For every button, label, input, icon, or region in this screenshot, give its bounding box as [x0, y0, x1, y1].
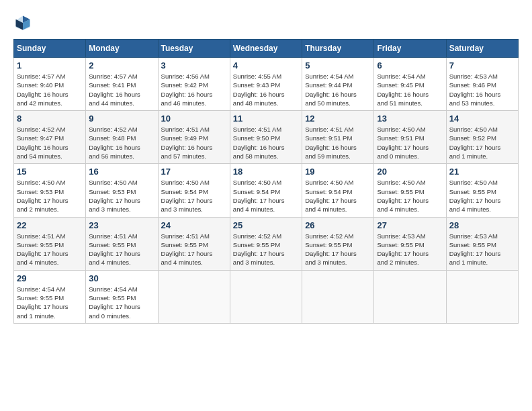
calendar-cell: 20Sunrise: 4:50 AM Sunset: 9:55 PM Dayli… — [374, 164, 446, 217]
day-info: Sunrise: 4:51 AM Sunset: 9:51 PM Dayligh… — [305, 125, 371, 161]
calendar-cell: 22Sunrise: 4:51 AM Sunset: 9:55 PM Dayli… — [14, 217, 86, 270]
weekday-header-sunday: Sunday — [14, 40, 86, 58]
weekday-header-row: SundayMondayTuesdayWednesdayThursdayFrid… — [14, 40, 519, 58]
logo-icon — [13, 13, 32, 32]
calendar-cell: 19Sunrise: 4:50 AM Sunset: 9:54 PM Dayli… — [302, 164, 374, 217]
day-number: 21 — [449, 167, 515, 177]
calendar-cell — [158, 270, 230, 323]
day-number: 8 — [17, 113, 83, 124]
day-number: 5 — [305, 60, 371, 71]
day-info: Sunrise: 4:50 AM Sunset: 9:54 PM Dayligh… — [233, 178, 299, 214]
calendar-cell: 18Sunrise: 4:50 AM Sunset: 9:54 PM Dayli… — [230, 164, 302, 217]
weekday-header-wednesday: Wednesday — [230, 40, 302, 58]
day-number: 4 — [233, 60, 299, 71]
day-number: 28 — [449, 220, 515, 230]
calendar-cell: 23Sunrise: 4:51 AM Sunset: 9:55 PM Dayli… — [86, 217, 158, 270]
calendar-week-5: 29Sunrise: 4:54 AM Sunset: 9:55 PM Dayli… — [14, 270, 519, 323]
day-info: Sunrise: 4:53 AM Sunset: 9:55 PM Dayligh… — [377, 232, 443, 267]
day-number: 6 — [377, 60, 443, 71]
calendar-cell: 11Sunrise: 4:51 AM Sunset: 9:50 PM Dayli… — [230, 111, 302, 164]
calendar-cell: 6Sunrise: 4:54 AM Sunset: 9:45 PM Daylig… — [374, 58, 446, 111]
day-info: Sunrise: 4:52 AM Sunset: 9:55 PM Dayligh… — [305, 232, 371, 267]
day-number: 20 — [377, 167, 443, 177]
day-info: Sunrise: 4:57 AM Sunset: 9:40 PM Dayligh… — [17, 72, 83, 107]
day-info: Sunrise: 4:50 AM Sunset: 9:55 PM Dayligh… — [449, 178, 515, 214]
day-number: 22 — [17, 220, 83, 230]
day-info: Sunrise: 4:50 AM Sunset: 9:51 PM Dayligh… — [377, 125, 443, 161]
calendar-cell: 28Sunrise: 4:53 AM Sunset: 9:55 PM Dayli… — [446, 217, 518, 270]
calendar-cell: 16Sunrise: 4:50 AM Sunset: 9:53 PM Dayli… — [86, 164, 158, 217]
day-number: 16 — [89, 167, 154, 177]
day-info: Sunrise: 4:54 AM Sunset: 9:45 PM Dayligh… — [377, 72, 443, 107]
calendar-cell: 7Sunrise: 4:53 AM Sunset: 9:46 PM Daylig… — [446, 58, 518, 111]
page-header — [13, 13, 519, 32]
day-number: 30 — [89, 273, 154, 283]
calendar-body: 1Sunrise: 4:57 AM Sunset: 9:40 PM Daylig… — [14, 58, 519, 324]
day-number: 11 — [233, 113, 299, 124]
calendar-cell: 15Sunrise: 4:50 AM Sunset: 9:53 PM Dayli… — [14, 164, 86, 217]
calendar-cell — [230, 270, 302, 323]
day-info: Sunrise: 4:53 AM Sunset: 9:55 PM Dayligh… — [449, 232, 515, 267]
day-info: Sunrise: 4:50 AM Sunset: 9:54 PM Dayligh… — [305, 178, 371, 214]
day-number: 1 — [17, 60, 83, 71]
day-info: Sunrise: 4:54 AM Sunset: 9:44 PM Dayligh… — [305, 72, 371, 107]
day-number: 14 — [449, 113, 515, 124]
day-info: Sunrise: 4:56 AM Sunset: 9:42 PM Dayligh… — [161, 72, 227, 107]
day-number: 23 — [89, 220, 154, 230]
day-info: Sunrise: 4:57 AM Sunset: 9:41 PM Dayligh… — [89, 72, 154, 107]
day-number: 17 — [161, 167, 227, 177]
day-info: Sunrise: 4:50 AM Sunset: 9:53 PM Dayligh… — [17, 178, 83, 214]
calendar-cell: 29Sunrise: 4:54 AM Sunset: 9:55 PM Dayli… — [14, 270, 86, 323]
weekday-header-friday: Friday — [374, 40, 446, 58]
calendar-week-1: 1Sunrise: 4:57 AM Sunset: 9:40 PM Daylig… — [14, 58, 519, 111]
day-info: Sunrise: 4:54 AM Sunset: 9:55 PM Dayligh… — [89, 285, 154, 320]
calendar-cell: 25Sunrise: 4:52 AM Sunset: 9:55 PM Dayli… — [230, 217, 302, 270]
calendar-cell — [302, 270, 374, 323]
weekday-header-saturday: Saturday — [446, 40, 518, 58]
calendar-cell: 26Sunrise: 4:52 AM Sunset: 9:55 PM Dayli… — [302, 217, 374, 270]
weekday-header-monday: Monday — [86, 40, 158, 58]
day-info: Sunrise: 4:51 AM Sunset: 9:55 PM Dayligh… — [161, 232, 227, 267]
calendar-cell: 9Sunrise: 4:52 AM Sunset: 9:48 PM Daylig… — [86, 111, 158, 164]
calendar-cell: 24Sunrise: 4:51 AM Sunset: 9:55 PM Dayli… — [158, 217, 230, 270]
day-number: 24 — [161, 220, 227, 230]
calendar-cell: 5Sunrise: 4:54 AM Sunset: 9:44 PM Daylig… — [302, 58, 374, 111]
logo — [13, 13, 35, 32]
day-number: 19 — [305, 167, 371, 177]
day-info: Sunrise: 4:52 AM Sunset: 9:47 PM Dayligh… — [17, 125, 83, 161]
day-number: 29 — [17, 273, 83, 283]
calendar-cell: 14Sunrise: 4:50 AM Sunset: 9:52 PM Dayli… — [446, 111, 518, 164]
calendar-cell: 13Sunrise: 4:50 AM Sunset: 9:51 PM Dayli… — [374, 111, 446, 164]
day-info: Sunrise: 4:55 AM Sunset: 9:43 PM Dayligh… — [233, 72, 299, 107]
calendar-cell: 27Sunrise: 4:53 AM Sunset: 9:55 PM Dayli… — [374, 217, 446, 270]
day-number: 25 — [233, 220, 299, 230]
calendar-cell: 4Sunrise: 4:55 AM Sunset: 9:43 PM Daylig… — [230, 58, 302, 111]
day-info: Sunrise: 4:50 AM Sunset: 9:54 PM Dayligh… — [161, 178, 227, 214]
day-info: Sunrise: 4:51 AM Sunset: 9:55 PM Dayligh… — [89, 232, 154, 267]
calendar-week-3: 15Sunrise: 4:50 AM Sunset: 9:53 PM Dayli… — [14, 164, 519, 217]
calendar-cell: 21Sunrise: 4:50 AM Sunset: 9:55 PM Dayli… — [446, 164, 518, 217]
day-number: 9 — [89, 113, 154, 124]
calendar-cell: 3Sunrise: 4:56 AM Sunset: 9:42 PM Daylig… — [158, 58, 230, 111]
day-info: Sunrise: 4:50 AM Sunset: 9:55 PM Dayligh… — [377, 178, 443, 214]
day-number: 27 — [377, 220, 443, 230]
calendar-cell: 1Sunrise: 4:57 AM Sunset: 9:40 PM Daylig… — [14, 58, 86, 111]
day-info: Sunrise: 4:54 AM Sunset: 9:55 PM Dayligh… — [17, 285, 83, 320]
day-number: 26 — [305, 220, 371, 230]
day-info: Sunrise: 4:50 AM Sunset: 9:52 PM Dayligh… — [449, 125, 515, 161]
day-info: Sunrise: 4:52 AM Sunset: 9:55 PM Dayligh… — [233, 232, 299, 267]
calendar-cell — [374, 270, 446, 323]
day-info: Sunrise: 4:51 AM Sunset: 9:49 PM Dayligh… — [161, 125, 227, 161]
weekday-header-tuesday: Tuesday — [158, 40, 230, 58]
calendar-cell: 2Sunrise: 4:57 AM Sunset: 9:41 PM Daylig… — [86, 58, 158, 111]
day-number: 12 — [305, 113, 371, 124]
day-number: 3 — [161, 60, 227, 71]
calendar-week-4: 22Sunrise: 4:51 AM Sunset: 9:55 PM Dayli… — [14, 217, 519, 270]
day-info: Sunrise: 4:52 AM Sunset: 9:48 PM Dayligh… — [89, 125, 154, 161]
day-info: Sunrise: 4:53 AM Sunset: 9:46 PM Dayligh… — [449, 72, 515, 107]
day-number: 13 — [377, 113, 443, 124]
day-info: Sunrise: 4:51 AM Sunset: 9:50 PM Dayligh… — [233, 125, 299, 161]
calendar-table: SundayMondayTuesdayWednesdayThursdayFrid… — [13, 39, 519, 324]
calendar-cell: 8Sunrise: 4:52 AM Sunset: 9:47 PM Daylig… — [14, 111, 86, 164]
day-info: Sunrise: 4:51 AM Sunset: 9:55 PM Dayligh… — [17, 232, 83, 267]
